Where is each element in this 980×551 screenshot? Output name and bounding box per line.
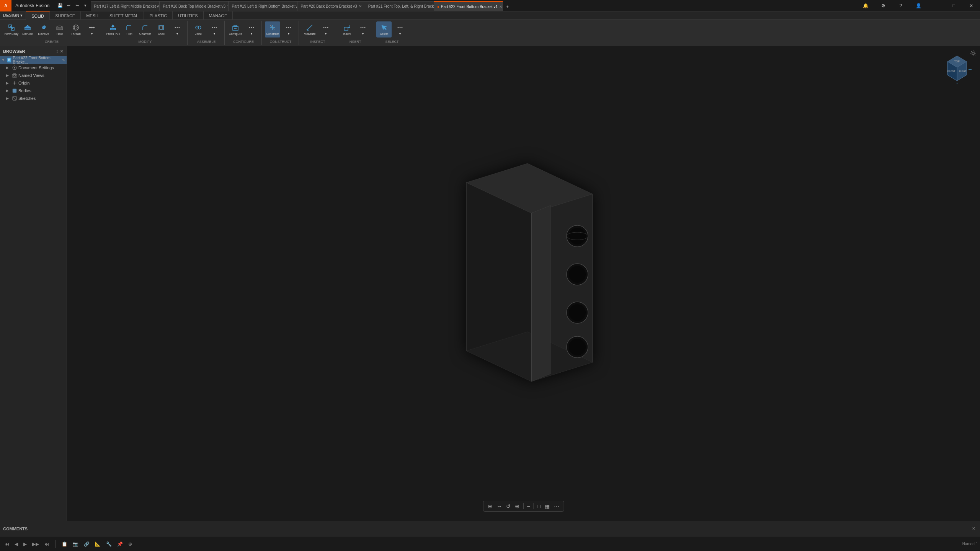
create-more-icon: [88, 23, 96, 32]
create-more-btn[interactable]: ▾: [84, 21, 100, 37]
play-back-btn[interactable]: ◀: [13, 541, 20, 548]
modify-more-btn[interactable]: ▾: [170, 21, 185, 37]
workspace-tab-utilities[interactable]: UTILITIES: [173, 11, 203, 20]
toolbar-sep1: [523, 503, 523, 509]
display-mode-btn2[interactable]: ▦: [543, 502, 551, 510]
insert-more-btn[interactable]: ▾: [355, 21, 371, 37]
comments-settings[interactable]: ✕: [970, 525, 977, 532]
copy-btn[interactable]: 📋: [60, 541, 69, 548]
chamfer-btn[interactable]: Chamfer: [137, 21, 153, 37]
tab-part21[interactable]: Part #21 Front Top, Left, & Right Bracke…: [365, 1, 434, 11]
tool-btn[interactable]: 🔧: [105, 541, 113, 548]
zoom-in-btn[interactable]: ⊕: [513, 502, 521, 510]
redo-btn[interactable]: ↪: [73, 2, 81, 10]
measure-tool-btn[interactable]: 📐: [93, 541, 102, 548]
account-btn[interactable]: 👤: [910, 0, 927, 11]
browser-item-bodies[interactable]: ▶ Bodies: [0, 87, 67, 95]
select-more-icon: [396, 23, 404, 32]
notifications-btn[interactable]: 🔔: [857, 0, 874, 11]
press-pull-btn[interactable]: Press Pull: [105, 21, 121, 37]
fillet-btn[interactable]: Fillet: [121, 21, 137, 37]
browser-settings[interactable]: ✕: [60, 49, 64, 54]
fit-view-btn[interactable]: ↔: [495, 502, 503, 510]
play-forward-btn[interactable]: ▶▶: [31, 541, 41, 548]
maximize-btn[interactable]: □: [945, 0, 962, 11]
workspace-tab-plastic[interactable]: PLASTIC: [144, 11, 173, 20]
tab-part22[interactable]: ● Part #22 Front Bottom Bracket v1 ✕: [434, 1, 503, 11]
tab-part17[interactable]: Part #17 Left & Right Middle Bracket v3 …: [91, 1, 160, 11]
workspace-tab-solid[interactable]: SOLID: [26, 11, 50, 20]
workspace-tab-surface[interactable]: SURFACE: [50, 11, 81, 20]
new-tab-btn[interactable]: +: [503, 2, 512, 11]
browser-item-root[interactable]: ▼ Part #22 Front Bottom Bracke... ✎: [0, 56, 67, 64]
workspace-tab-mesh[interactable]: MESH: [81, 11, 104, 20]
add-btn[interactable]: ⊕: [127, 541, 134, 548]
link-btn[interactable]: 🔗: [82, 541, 91, 548]
orbit-btn[interactable]: ↺: [505, 502, 512, 510]
construct-btn[interactable]: Construct: [265, 21, 280, 37]
browser-expand-all[interactable]: ↕: [56, 49, 58, 54]
create-group-label: CREATE: [45, 40, 59, 44]
toolbar-group-inspect: Measure ▾ INSPECT: [300, 21, 336, 45]
joint-btn[interactable]: Joint: [191, 21, 206, 37]
extrude-btn[interactable]: Extrude: [20, 21, 35, 37]
settings-btn[interactable]: ⚙: [874, 0, 892, 11]
tab-part19[interactable]: Part #19 Left & Right Bottom Bracket v3 …: [229, 1, 297, 11]
shell-btn[interactable]: Shell: [154, 21, 169, 37]
thread-btn[interactable]: Thread: [68, 21, 83, 37]
tab-part20[interactable]: Part #20 Back Bottom Bracket v3 ✕: [297, 1, 365, 11]
browser-item-sketches[interactable]: ▶ Sketches: [0, 95, 67, 102]
comments-label: COMMENTS: [3, 527, 28, 531]
svg-point-50: [364, 27, 366, 28]
display-settings-btn[interactable]: ⋯: [552, 502, 561, 510]
play-end-btn[interactable]: ⏭: [43, 541, 51, 548]
navigation-cube[interactable]: TOP RIGHT FRONT: [942, 54, 972, 85]
insert-more-icon: [359, 23, 367, 32]
display-mode-btn1[interactable]: □: [536, 502, 542, 510]
browser-item-named-views[interactable]: ▶ Named Views: [0, 72, 67, 79]
sketch-icon: [11, 95, 18, 101]
assemble-more-btn[interactable]: ▾: [207, 21, 222, 37]
insert-btn[interactable]: Insert: [339, 21, 354, 37]
pin-btn[interactable]: 📌: [116, 541, 124, 548]
grid-origin-btn[interactable]: ⊕: [486, 502, 494, 510]
viewport[interactable]: TOP RIGHT FRONT ⊕ ↔ ↺ ⊕ − □ ▦ ⋯: [67, 46, 980, 521]
browser-item-origin[interactable]: ▶ Origin: [0, 79, 67, 87]
svg-line-38: [307, 25, 312, 30]
minimize-btn[interactable]: ─: [927, 0, 945, 11]
svg-rect-13: [110, 28, 116, 30]
configure-btn[interactable]: Configure: [228, 21, 243, 37]
configure-more-btn[interactable]: ▾: [244, 21, 259, 37]
help-btn[interactable]: ?: [892, 0, 910, 11]
construct-more-btn[interactable]: ▾: [281, 21, 296, 37]
rename-input-indicator[interactable]: ✎: [62, 58, 65, 62]
play-btn[interactable]: ▶: [22, 541, 28, 548]
inspect-more-btn[interactable]: ▾: [318, 21, 333, 37]
modify-more-icon: [173, 23, 181, 32]
screenshot-btn[interactable]: 📷: [71, 541, 80, 548]
select-more-btn[interactable]: ▾: [392, 21, 408, 37]
browser-item-doc-settings[interactable]: ▶ Document Settings: [0, 64, 67, 72]
workspace-tab-sheetmetal[interactable]: SHEET METAL: [104, 11, 144, 20]
play-rewind-btn[interactable]: ⏮: [3, 541, 11, 548]
svg-point-52: [400, 27, 401, 28]
construct-more-icon: [284, 23, 293, 32]
hole-btn[interactable]: Hole: [52, 21, 67, 37]
save-btn[interactable]: 💾: [56, 2, 64, 10]
revolve-btn[interactable]: Revolve: [36, 21, 51, 37]
measure-btn[interactable]: Measure: [302, 21, 317, 37]
viewport-settings-icon[interactable]: [969, 49, 977, 58]
close-tab-part20[interactable]: ✕: [359, 4, 362, 8]
workspace-tab-manage[interactable]: MANAGE: [204, 11, 233, 20]
close-tab-part22[interactable]: ✕: [499, 5, 502, 9]
configure-more-icon: [247, 23, 256, 32]
create-component-btn[interactable]: New Body: [4, 21, 19, 37]
select-btn[interactable]: Select: [376, 21, 392, 37]
tab-part18[interactable]: Part #18 Back Top Middle Bracket v3 ✕: [160, 1, 229, 11]
undo-btn[interactable]: ↩: [65, 2, 72, 10]
qa-more[interactable]: ▾: [82, 2, 89, 10]
close-btn[interactable]: ✕: [962, 0, 980, 11]
zoom-out-btn[interactable]: −: [525, 502, 531, 510]
svg-rect-27: [234, 25, 237, 27]
design-mode-selector[interactable]: DESIGN ▾: [3, 13, 23, 18]
